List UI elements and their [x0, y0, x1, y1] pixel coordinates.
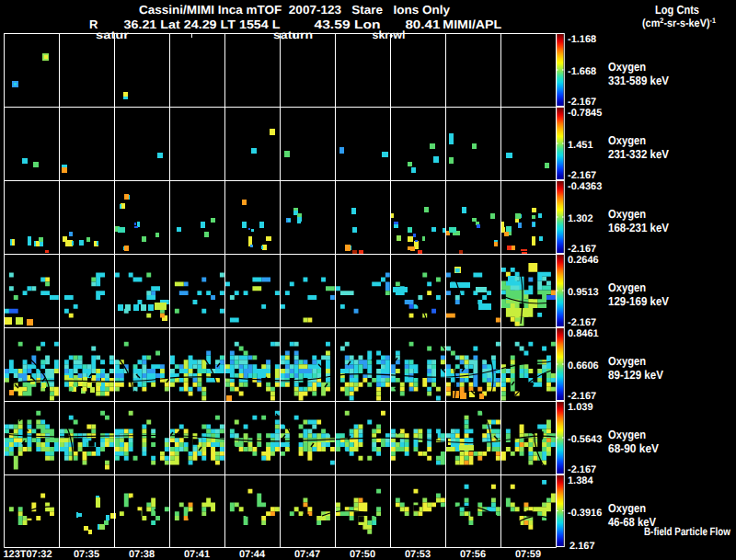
svg-text:07:56: 07:56: [460, 549, 486, 560]
svg-text:-1.668: -1.668: [568, 66, 596, 77]
svg-text:68-90 keV: 68-90 keV: [608, 441, 659, 455]
svg-text:168-231 keV: 168-231 keV: [608, 221, 669, 234]
svg-text:231-332 keV: 231-332 keV: [608, 147, 669, 161]
svg-text:07:38: 07:38: [129, 549, 155, 560]
svg-text:-0.4363: -0.4363: [568, 181, 602, 192]
svg-text:80.41: 80.41: [405, 17, 440, 31]
svg-text:07:50: 07:50: [350, 549, 375, 560]
svg-text:(cm2-sr-s-keV)-1: (cm2-sr-s-keV)-1: [642, 17, 716, 29]
svg-text:-2.167: -2.167: [568, 170, 596, 181]
svg-text:07:53: 07:53: [405, 549, 431, 560]
svg-text:-2.167: -2.167: [568, 464, 596, 475]
svg-text:07:59: 07:59: [515, 549, 541, 560]
svg-text:-2.167: -2.167: [568, 244, 596, 255]
svg-text:43.59 Lon: 43.59 Lon: [315, 17, 381, 31]
svg-text:-0.3916: -0.3916: [568, 508, 602, 519]
svg-text:Log Cnts: Log Cnts: [655, 3, 699, 17]
svg-text:Oxygen: Oxygen: [608, 60, 646, 74]
svg-text:satur: satur: [96, 29, 129, 41]
svg-text:129-169 keV: 129-169 keV: [608, 294, 669, 308]
svg-text:0.6606: 0.6606: [568, 360, 599, 371]
svg-text:0.9513: 0.9513: [568, 287, 599, 298]
svg-text:-0.7845: -0.7845: [568, 108, 602, 119]
svg-text:1.384: 1.384: [568, 475, 593, 486]
svg-text:B-field Particle Flow: B-field Particle Flow: [644, 525, 731, 538]
svg-text:Oxygen: Oxygen: [608, 428, 646, 441]
svg-text:-1.168: -1.168: [568, 34, 596, 45]
svg-text:331-589 keV: 331-589 keV: [608, 74, 669, 87]
svg-text:07:35: 07:35: [74, 549, 99, 560]
svg-text:Cassini/MIMI Inca mTOF 2007-1: Cassini/MIMI Inca mTOF 2007-123 Stare Io…: [139, 3, 451, 17]
svg-text:-2.167: -2.167: [568, 317, 596, 328]
svg-text:1.039: 1.039: [568, 402, 593, 413]
svg-text:-2.167: -2.167: [568, 391, 596, 402]
svg-text:0.2646: 0.2646: [568, 255, 599, 266]
svg-text:-0.5643: -0.5643: [568, 434, 602, 445]
svg-text:36.21 Lat 24.29 LT 1554 L: 36.21 Lat 24.29 LT 1554 L: [124, 17, 281, 31]
svg-text:skr-wl: skr-wl: [373, 29, 406, 41]
svg-text:89-129 keV: 89-129 keV: [608, 368, 663, 382]
svg-text:2.167: 2.167: [569, 541, 595, 552]
svg-text:Oxygen: Oxygen: [608, 207, 646, 221]
svg-text:Oxygen: Oxygen: [608, 501, 646, 515]
svg-text:MIMI/APL: MIMI/APL: [443, 17, 501, 31]
svg-text:07:41: 07:41: [184, 549, 210, 560]
svg-text:07:44: 07:44: [239, 549, 266, 560]
svg-text:1.302: 1.302: [568, 213, 593, 224]
svg-text:Oxygen: Oxygen: [608, 133, 646, 147]
svg-text:saturn: saturn: [273, 29, 313, 41]
svg-text:-2.167: -2.167: [568, 97, 596, 108]
svg-text:Oxygen: Oxygen: [608, 280, 646, 294]
svg-text:123T07:32: 123T07:32: [3, 549, 52, 560]
svg-text:Oxygen: Oxygen: [608, 354, 646, 368]
svg-text:0.8461: 0.8461: [568, 328, 599, 339]
svg-text:07:47: 07:47: [294, 549, 320, 560]
svg-text:1.451: 1.451: [568, 140, 593, 151]
